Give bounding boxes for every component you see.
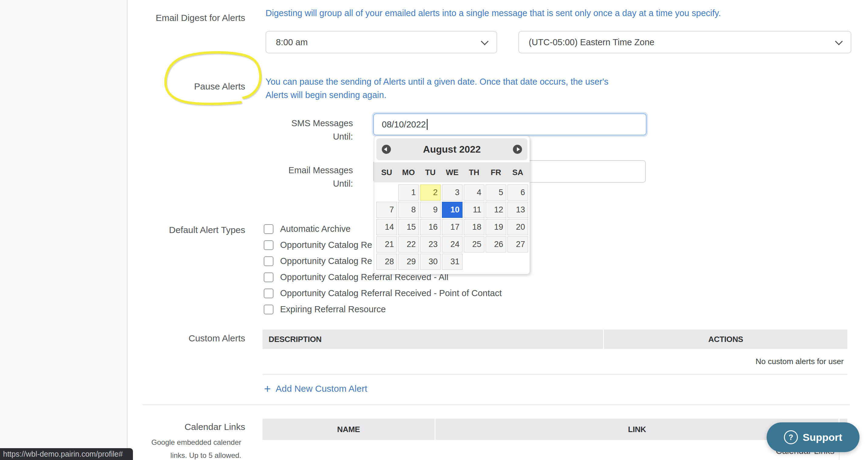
day-cell[interactable]: 10 [442, 202, 463, 218]
day-header: WE [441, 168, 463, 177]
timezone-select[interactable]: (UTC-05:00) Eastern Time Zone [518, 31, 851, 53]
day-cell[interactable]: 15 [398, 219, 419, 235]
datepicker-day-headers: SU MO TU WE TH FR SA [374, 162, 531, 182]
pause-alerts-description-line2: Alerts will begin sending again. [266, 90, 386, 100]
alert-type-label: Expiring Referral Resource [280, 304, 386, 314]
checkbox-unchecked[interactable] [264, 305, 274, 314]
datepicker-grid: 1 2 3 4 5 6 7 8 9 10 11 12 13 14 15 16 1… [376, 184, 529, 270]
sms-until-label-line2: Until: [231, 132, 353, 142]
timezone-value: (UTC-05:00) Eastern Time Zone [529, 37, 654, 47]
day-cell[interactable]: 23 [420, 236, 441, 252]
day-cell[interactable]: 20 [507, 219, 528, 235]
day-cell[interactable]: 30 [420, 254, 441, 270]
email-until-label-line2: Until: [231, 179, 353, 189]
checkbox-unchecked[interactable] [264, 288, 274, 298]
alert-type-label: Opportunity Catalog Re [280, 240, 372, 250]
datepicker-popup: August 2022 SU MO TU WE TH FR SA 1 2 3 4… [374, 136, 530, 274]
calendar-links-description-line1: Google embedded calender [130, 438, 241, 447]
calendar-links-label: Calendar Links [127, 422, 245, 432]
email-digest-description: Digesting will group all of your emailed… [266, 8, 721, 18]
day-cell[interactable]: 22 [398, 236, 419, 252]
day-cell[interactable]: 13 [507, 202, 528, 218]
browser-status-tooltip: https://wbl-demo.pairin.com/profile# [0, 448, 133, 460]
day-cell[interactable]: 21 [376, 236, 397, 252]
pause-alerts-label: Pause Alerts [127, 81, 245, 92]
day-cell[interactable]: 8 [398, 202, 419, 218]
day-cell[interactable]: 4 [464, 184, 485, 201]
digest-time-value: 8:00 am [276, 37, 308, 47]
day-cell[interactable]: 29 [398, 254, 419, 270]
sms-until-value: 08/10/2022 [382, 120, 426, 129]
day-cell[interactable]: 31 [442, 254, 463, 270]
day-cell[interactable]: 11 [464, 202, 485, 218]
checkbox-unchecked[interactable] [264, 224, 274, 234]
day-cell[interactable] [376, 184, 397, 201]
custom-alerts-empty-row: No custom alerts for user [262, 349, 847, 375]
day-cell[interactable]: 12 [486, 202, 506, 218]
add-custom-alert-label: Add New Custom Alert [276, 384, 367, 394]
day-cell[interactable]: 16 [420, 219, 441, 235]
profile-alerts-page: Email Digest for Alerts Digesting will g… [0, 0, 868, 460]
checkbox-unchecked[interactable] [264, 256, 274, 266]
chevron-down-icon [481, 38, 488, 45]
checkbox-unchecked[interactable] [264, 273, 274, 282]
day-cell[interactable]: 14 [376, 219, 397, 235]
day-cell[interactable]: 3 [442, 184, 463, 201]
day-cell[interactable] [507, 254, 528, 270]
day-cell[interactable]: 19 [486, 219, 506, 235]
sms-until-label-line1: SMS Messages [231, 118, 353, 128]
day-cell[interactable] [464, 254, 485, 270]
day-cell[interactable] [486, 254, 506, 270]
alert-type-label: Opportunity Catalog Referral Received - … [280, 288, 502, 298]
day-header: FR [485, 168, 507, 177]
day-header: TH [463, 168, 485, 177]
day-cell[interactable]: 24 [442, 236, 463, 252]
help-circle-icon: ? [784, 430, 798, 444]
day-cell[interactable]: 1 [398, 184, 419, 201]
alert-type-label: Opportunity Catalog Re [280, 256, 372, 266]
column-header-description: DESCRIPTION [262, 330, 603, 349]
day-cell[interactable]: 25 [464, 236, 485, 252]
day-cell[interactable]: 17 [442, 219, 463, 235]
day-cell[interactable]: 6 [507, 184, 528, 201]
day-cell[interactable]: 28 [376, 254, 397, 270]
chevron-down-icon [835, 38, 842, 45]
day-header: TU [420, 168, 441, 177]
datepicker-month-title: August 2022 [376, 139, 527, 160]
default-alert-types-label: Default Alert Types [127, 225, 245, 235]
custom-alerts-table: DESCRIPTION ACTIONS No custom alerts for… [262, 330, 847, 375]
arrow-right-icon [517, 147, 520, 151]
day-header: SU [376, 168, 398, 177]
custom-alerts-label: Custom Alerts [127, 333, 245, 343]
alert-type-row: Opportunity Catalog Referral Received - … [264, 285, 502, 301]
email-digest-label: Email Digest for Alerts [127, 13, 245, 23]
column-header-actions: ACTIONS [604, 330, 847, 349]
alert-type-row: Expiring Referral Resource [264, 301, 502, 317]
day-cell[interactable]: 2 [420, 184, 441, 201]
checkbox-unchecked[interactable] [264, 240, 274, 250]
sms-until-input[interactable]: 08/10/2022 [373, 114, 646, 135]
datepicker-header: August 2022 [376, 139, 527, 160]
day-cell[interactable]: 26 [486, 236, 506, 252]
day-cell[interactable]: 27 [507, 236, 528, 252]
support-button-label: Support [803, 431, 842, 443]
support-button[interactable]: ? Support [767, 422, 860, 452]
digest-time-select[interactable]: 8:00 am [266, 31, 497, 53]
email-until-label-line1: Email Messages [231, 165, 353, 175]
alert-type-label: Automatic Archive [280, 224, 350, 234]
calendar-links-description-line2: links. Up to 5 allowed. [130, 451, 241, 460]
plus-icon: + [264, 383, 271, 395]
day-cell[interactable]: 7 [376, 202, 397, 218]
calendar-links-body [262, 440, 847, 460]
column-header-name: NAME [262, 419, 435, 440]
day-cell[interactable]: 9 [420, 202, 441, 218]
next-month-button[interactable] [513, 145, 522, 154]
day-cell[interactable]: 5 [486, 184, 506, 201]
add-custom-alert-link[interactable]: + Add New Custom Alert [264, 383, 367, 395]
day-header: MO [398, 168, 420, 177]
day-cell[interactable]: 18 [464, 219, 485, 235]
section-divider [143, 404, 850, 405]
calendar-links-table: NAME LINK [262, 419, 847, 460]
left-sidebar [0, 0, 127, 460]
text-cursor [427, 119, 428, 130]
